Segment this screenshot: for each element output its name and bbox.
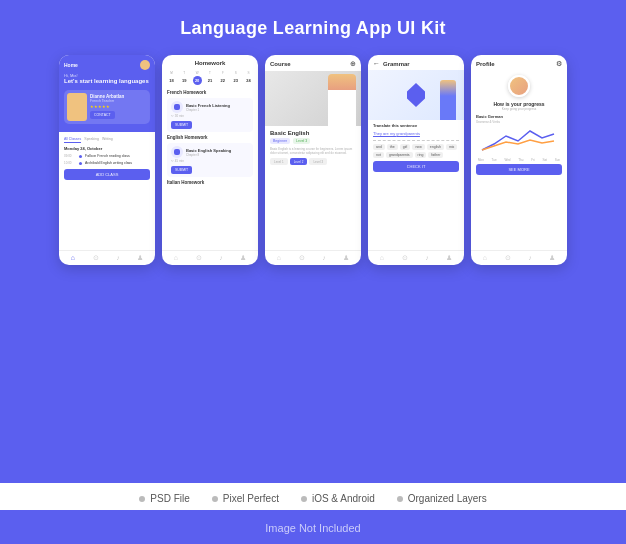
user-icon-5[interactable]: ♟: [549, 254, 555, 262]
course-label: Basic German: [476, 114, 562, 119]
word-and[interactable]: and: [373, 144, 385, 150]
word-grandparents[interactable]: grandparents: [386, 152, 413, 158]
english-hw-label: English Homework: [167, 135, 253, 140]
hw-icon-2: [171, 146, 183, 158]
bottom-notice: Image Not Included: [265, 522, 360, 534]
grammar-bottom-bar: ⌂ ⊙ ♪ ♟: [368, 250, 464, 265]
home-icon-4[interactable]: ⌂: [380, 254, 384, 262]
word-father[interactable]: father: [428, 152, 443, 158]
home-bottom-bar: ⌂ ⊙ ♪ ♟: [59, 250, 155, 265]
add-class-button[interactable]: ADD CLASS: [64, 169, 150, 180]
home-body: All Classes Speaking Writing Monday 24, …: [59, 132, 155, 250]
class-name-2: Archibald English writing class: [85, 161, 150, 165]
word-ring[interactable]: ring: [415, 152, 427, 158]
search-icon-5[interactable]: ⊙: [402, 254, 408, 262]
progress-chart: [476, 126, 562, 156]
profile-header: Profile ⚙: [471, 55, 567, 71]
footer-label-layers: Organized Layers: [408, 493, 487, 504]
word-english[interactable]: english: [427, 144, 444, 150]
user-icon[interactable]: ♟: [137, 254, 143, 262]
search-icon-2[interactable]: ⊙: [196, 254, 202, 262]
search-icon-6[interactable]: ⊙: [505, 254, 511, 262]
user-icon-3[interactable]: ♟: [343, 254, 349, 262]
home-icon-2[interactable]: ⌂: [174, 254, 178, 262]
class-dot-2: [79, 162, 82, 165]
footer-item-pixel: Pixel Perfect: [212, 493, 279, 504]
tab-speaking[interactable]: Speaking: [84, 136, 99, 143]
tab-all-classes[interactable]: All Classes: [64, 136, 81, 143]
day-thu: T21: [205, 71, 214, 85]
footer-strip: PSD File Pixel Perfect iOS & Android Org…: [0, 483, 626, 510]
footer-dot-pixel: [212, 496, 218, 502]
home-label: Home: [64, 62, 78, 68]
home-icon-5[interactable]: ⌂: [483, 254, 487, 262]
day-tue: T19: [180, 71, 189, 85]
level-btn-2[interactable]: Level 2: [290, 158, 308, 165]
english-hw-card: Basic English Speaking Chapter 8 ⏱ 45 mi…: [167, 143, 253, 177]
date-label: Monday 24, October: [64, 146, 150, 151]
back-icon[interactable]: ←: [373, 60, 380, 67]
class-time-2: 10:00: [64, 161, 76, 165]
word-mix[interactable]: mix: [446, 144, 457, 150]
hw-icon: [171, 101, 183, 113]
contact-button[interactable]: CONTACT: [90, 111, 115, 119]
course-name: Basic English: [270, 130, 356, 136]
level-btn-3[interactable]: Level 3: [309, 158, 327, 165]
user-icon-2[interactable]: ♟: [240, 254, 246, 262]
english-chapter: Chapter 8: [186, 153, 231, 157]
avatar-section: [471, 71, 567, 99]
hw-time-2: ⏱ 45 min: [171, 159, 249, 163]
course-desc: Basic English is a learning course for b…: [270, 147, 356, 155]
see-more-button[interactable]: SEE MORE: [476, 164, 562, 175]
grammar-illustration: [368, 70, 464, 120]
avatar: [140, 60, 150, 70]
french-hw-card: Basic French Listening Chapter 1 ⏱ 30 mi…: [167, 98, 253, 132]
bell-icon-2[interactable]: ♪: [219, 254, 223, 262]
dotted-line: [373, 140, 459, 141]
tab-writing[interactable]: Writing: [102, 136, 113, 143]
homework-title: Homework: [167, 60, 253, 66]
profile-avatar: [508, 75, 530, 97]
submit-button-2[interactable]: SUBMIT: [171, 166, 192, 174]
word-the[interactable]: the: [387, 144, 398, 150]
day-wed[interactable]: W20: [193, 71, 202, 85]
level-status: Level 3: [293, 138, 310, 144]
class-tabs: All Classes Speaking Writing: [64, 136, 150, 143]
bell-icon-5[interactable]: ♪: [528, 254, 532, 262]
bottom-bar: Image Not Included: [0, 510, 626, 544]
footer-dot-ios: [301, 496, 307, 502]
french-hw-label: French Homework: [167, 90, 253, 95]
footer-item-layers: Organized Layers: [397, 493, 487, 504]
teacher-role: French Teacher: [90, 99, 147, 103]
course-sub: Grammar & Verbs: [476, 120, 562, 124]
home-icon-3[interactable]: ⌂: [277, 254, 281, 262]
check-button[interactable]: CHECK IT: [373, 161, 459, 172]
submit-button-1[interactable]: SUBMIT: [171, 121, 192, 129]
level-btn-1[interactable]: Level 1: [270, 158, 288, 165]
user-icon-4[interactable]: ♟: [446, 254, 452, 262]
profile-bottom-bar: ⌂ ⊙ ♪ ♟: [471, 250, 567, 265]
search-icon-3[interactable]: ⊕: [350, 60, 356, 68]
home-icon[interactable]: ⌂: [71, 254, 75, 262]
home-header: Home Hi, Mia! Let's start learning langu…: [59, 55, 155, 132]
bell-icon-4[interactable]: ♪: [425, 254, 429, 262]
bell-icon-3[interactable]: ♪: [322, 254, 326, 262]
progress-sub: Keep going your progress: [476, 107, 562, 111]
progress-row: Beginner Level 3: [270, 138, 356, 144]
search-icon[interactable]: ⊙: [93, 254, 99, 262]
search-icon-4[interactable]: ⊙: [299, 254, 305, 262]
word-not[interactable]: not: [373, 152, 384, 158]
translate-label: Translate this sentence: [373, 123, 459, 128]
stars: ★★★★★: [90, 104, 147, 109]
screen-homework: Homework M18 T19 W20 T21 F22: [162, 55, 258, 265]
homework-bottom-bar: ⌂ ⊙ ♪ ♟: [162, 250, 258, 265]
hw-time: ⏱ 30 min: [171, 114, 249, 118]
screens-row: Home Hi, Mia! Let's start learning langu…: [59, 55, 567, 265]
settings-icon[interactable]: ⚙: [556, 60, 562, 68]
footer-label-psd: PSD File: [150, 493, 189, 504]
profile-title: Profile: [476, 61, 495, 67]
word-now[interactable]: now: [412, 144, 424, 150]
word-girl[interactable]: girl: [400, 144, 411, 150]
bell-icon[interactable]: ♪: [116, 254, 120, 262]
day-fri: F22: [218, 71, 227, 85]
